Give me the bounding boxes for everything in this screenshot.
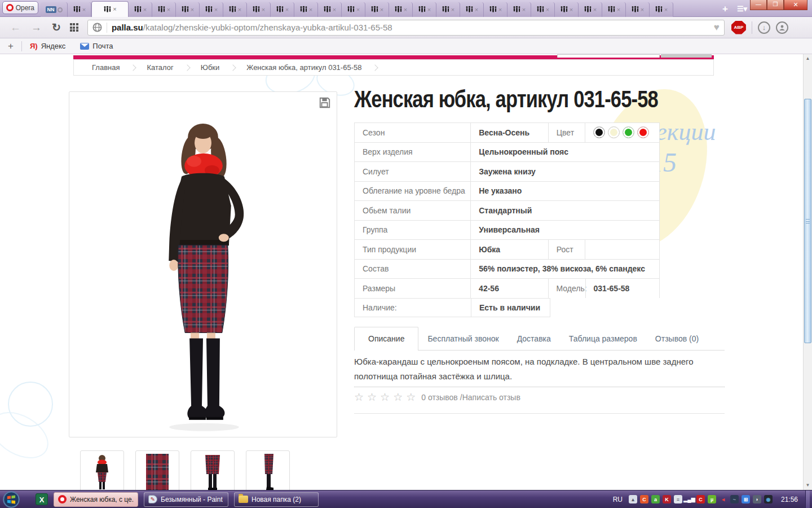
taskbar-button-paint[interactable]: ✎Безымянный - Paint xyxy=(144,492,228,507)
write-review-link[interactable]: Написать отзыв xyxy=(462,393,520,402)
site-search-button[interactable] xyxy=(661,54,712,58)
tab-close-icon[interactable]: × xyxy=(427,7,431,13)
browser-tab[interactable]: × xyxy=(650,2,673,17)
product-tab-5[interactable]: Отзывов (0) xyxy=(646,334,708,350)
tab-close-icon[interactable]: × xyxy=(191,7,194,13)
breadcrumb-item[interactable]: Юбки xyxy=(201,63,220,72)
browser-tab[interactable]: × xyxy=(152,2,176,17)
page-scrollbar[interactable]: ▲ ▼ xyxy=(803,54,812,490)
minimize-button[interactable]: — xyxy=(750,0,767,10)
tab-close-icon[interactable]: × xyxy=(309,7,312,13)
show-hidden-icons[interactable]: ▴ xyxy=(629,495,637,503)
tab-close-icon[interactable]: × xyxy=(333,7,336,13)
thumbnail-model[interactable] xyxy=(80,450,124,490)
bookmark-yandex[interactable]: Я) Яндекс xyxy=(30,42,65,50)
thumbnail-fabric[interactable] xyxy=(135,450,179,490)
breadcrumb-item[interactable]: Главная xyxy=(92,63,120,72)
phone-icon[interactable]: ◗ xyxy=(753,495,761,503)
browser-tab[interactable]: × xyxy=(318,2,342,17)
downloads-icon[interactable]: ↓ xyxy=(758,21,770,34)
browser-tab[interactable]: × xyxy=(602,2,626,17)
color-swatch[interactable] xyxy=(608,126,620,138)
tab-menu-button[interactable]: ☰▾ xyxy=(734,3,750,15)
tab-close-icon[interactable]: × xyxy=(167,7,170,13)
scrollbar-thumb[interactable] xyxy=(804,99,811,343)
tab-close-icon[interactable]: × xyxy=(356,7,360,13)
breadcrumb-item[interactable]: Каталог xyxy=(147,63,173,72)
browser-tab[interactable]: × xyxy=(129,2,152,17)
product-photo[interactable] xyxy=(69,92,337,437)
browser-tab[interactable]: × xyxy=(176,2,200,17)
color-swatch[interactable] xyxy=(637,126,649,138)
adguard-icon[interactable]: a xyxy=(651,495,660,503)
opera-menu-button[interactable]: Opera xyxy=(2,1,38,14)
new-tab-button[interactable]: + xyxy=(717,3,733,15)
product-tab-4[interactable]: Таблица размеров xyxy=(560,334,646,350)
tab-close-icon[interactable]: × xyxy=(617,7,620,13)
speed-dial-icon[interactable] xyxy=(70,23,78,32)
tab-close-icon[interactable]: × xyxy=(214,7,218,13)
punto-icon[interactable]: ~ xyxy=(730,495,739,503)
browser-tab[interactable]: NN xyxy=(41,2,68,17)
clipboard-icon[interactable]: ≡ xyxy=(674,495,682,503)
tab-close-icon[interactable]: × xyxy=(593,7,597,13)
star-icon[interactable]: ☆ xyxy=(406,391,416,404)
windows-update-icon[interactable]: ⊞ xyxy=(742,495,750,503)
color-swatch[interactable] xyxy=(623,126,634,138)
browser-tab[interactable]: × xyxy=(68,2,91,17)
taskbar-button-opera[interactable]: Женская юбка, с це... xyxy=(54,492,138,507)
browser-tab[interactable]: × xyxy=(413,2,436,17)
star-icon[interactable]: ☆ xyxy=(393,391,403,404)
tab-close-icon[interactable]: × xyxy=(143,7,147,13)
adblock-icon[interactable]: ABP xyxy=(731,21,746,34)
browser-tab[interactable]: × xyxy=(579,2,602,17)
browser-tab-active[interactable]: × xyxy=(91,1,129,17)
browser-tab[interactable]: × xyxy=(555,2,579,17)
tab-close-icon[interactable]: × xyxy=(546,7,549,13)
excel-taskbar-icon[interactable]: X xyxy=(36,493,48,505)
browser-tab[interactable]: × xyxy=(508,2,531,17)
star-icon[interactable]: ☆ xyxy=(367,391,377,404)
color-swatch[interactable] xyxy=(593,126,605,138)
tab-close-icon[interactable]: × xyxy=(570,7,573,13)
save-image-icon[interactable] xyxy=(319,97,331,109)
browser-tab[interactable]: × xyxy=(294,2,318,17)
bookmark-heart-icon[interactable]: ♥ xyxy=(714,22,720,33)
tab-close-icon[interactable]: × xyxy=(451,7,454,13)
tab-close-icon[interactable]: × xyxy=(522,7,526,13)
signal-bars-icon[interactable]: ▂▄▆ xyxy=(685,495,694,503)
thumbnail-skirt-back[interactable] xyxy=(191,450,235,490)
browser-tab[interactable]: × xyxy=(200,2,223,17)
scroll-up-arrow[interactable]: ▲ xyxy=(804,54,812,63)
browser-tab[interactable]: × xyxy=(389,2,413,17)
tab-close-icon[interactable]: × xyxy=(113,6,116,12)
utorrent-icon[interactable]: µ xyxy=(708,495,716,503)
back-button[interactable]: ← xyxy=(10,21,21,34)
product-image-card[interactable] xyxy=(69,91,337,437)
profile-icon[interactable] xyxy=(776,21,788,34)
star-icon[interactable]: ☆ xyxy=(354,391,364,404)
browser-tab[interactable]: × xyxy=(271,2,294,17)
browser-tab[interactable]: × xyxy=(484,2,508,17)
product-tab-1[interactable]: Описание xyxy=(354,327,418,351)
browser-tab[interactable]: × xyxy=(342,2,365,17)
language-indicator[interactable]: RU xyxy=(613,496,623,503)
thumbnail-skirt-side[interactable] xyxy=(246,450,290,490)
alert-icon[interactable]: C xyxy=(696,495,705,503)
show-desktop-button[interactable] xyxy=(805,491,810,508)
tab-close-icon[interactable]: × xyxy=(404,7,407,13)
ccleaner-icon[interactable]: C xyxy=(640,495,648,503)
product-tab-2[interactable]: Бесплатный звонок xyxy=(418,334,508,350)
star-icon[interactable]: ☆ xyxy=(380,391,390,404)
rating-stars[interactable]: ☆☆☆☆☆ xyxy=(354,391,419,404)
browser-tab[interactable]: × xyxy=(247,2,271,17)
product-tab-3[interactable]: Доставка xyxy=(508,334,560,350)
browser-tab[interactable]: × xyxy=(436,2,460,17)
browser-tab[interactable]: × xyxy=(531,2,555,17)
add-bookmark-button[interactable]: + xyxy=(8,41,14,52)
webcam-icon[interactable]: ◉ xyxy=(764,495,773,503)
tab-close-icon[interactable]: × xyxy=(498,7,502,13)
start-button[interactable] xyxy=(3,491,20,508)
site-search-input[interactable] xyxy=(557,54,660,58)
tab-close-icon[interactable]: × xyxy=(380,7,383,13)
